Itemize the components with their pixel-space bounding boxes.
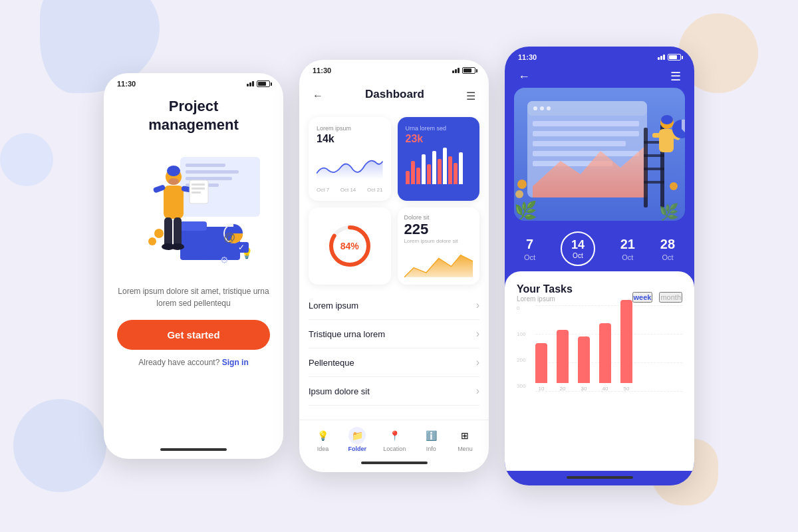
chevron-right-icon: › xyxy=(476,328,479,340)
mountain-chart xyxy=(404,248,473,278)
svg-rect-13 xyxy=(164,217,172,247)
dashboard-header: ← Dashboard ☰ xyxy=(299,77,489,117)
sign-in-link[interactable]: Sign in xyxy=(222,358,249,367)
tasks-toggle: week month xyxy=(632,292,683,303)
nav-item-menu[interactable]: ⊞ Menu xyxy=(456,427,473,452)
status-icons-3 xyxy=(658,54,681,61)
tasks-bar-chart: 300 200 100 0 xyxy=(517,305,682,412)
svg-rect-6 xyxy=(180,221,207,231)
chart-y-labels: 300 200 100 0 xyxy=(517,305,525,392)
progress-value: 84% xyxy=(340,241,359,251)
date-item-14[interactable]: 14 Oct xyxy=(561,231,595,266)
card4-sub: Lorem ipsum dolore sit xyxy=(404,238,473,244)
folder-icon: 📁 xyxy=(348,427,366,444)
svg-text:⚙: ⚙ xyxy=(220,255,229,265)
signal-bars-2 xyxy=(452,68,460,73)
svg-rect-14 xyxy=(174,217,182,247)
svg-text:@: @ xyxy=(223,231,235,244)
battery-icon-3 xyxy=(668,54,681,61)
svg-rect-20 xyxy=(192,192,201,194)
status-time-3: 11:30 xyxy=(518,53,537,61)
list-item[interactable]: Ipsum dolore sit › xyxy=(309,377,479,406)
card4-value: 225 xyxy=(404,221,473,238)
nav-item-location[interactable]: 📍 Location xyxy=(383,427,406,452)
list-item[interactable]: Tristique urna lorem › xyxy=(309,320,479,348)
bar-40 xyxy=(599,323,611,383)
list-item[interactable]: Lorem ipsum › xyxy=(309,291,479,320)
svg-rect-34 xyxy=(527,101,647,116)
svg-point-58 xyxy=(515,190,523,198)
tasks-header-nav: ← ☰ xyxy=(505,64,694,88)
bar-group-50: 50 xyxy=(620,300,632,392)
svg-text:✓: ✓ xyxy=(238,243,245,252)
card1-label: Lorem ipsum xyxy=(317,125,383,132)
chart-bars: 10 20 30 40 xyxy=(535,305,682,392)
idea-icon: 💡 xyxy=(315,427,332,444)
week-toggle[interactable]: week xyxy=(632,292,653,303)
bar-chart-mini xyxy=(406,148,472,184)
svg-rect-52 xyxy=(652,133,662,138)
signal-bars-1 xyxy=(247,81,254,86)
bottom-navigation: 💡 Idea 📁 Folder 📍 Location ℹ️ Info ⊞ Men… xyxy=(299,420,489,456)
status-bar-3: 11:30 xyxy=(505,47,694,64)
chevron-right-icon: › xyxy=(476,299,479,311)
svg-text:🌿: 🌿 xyxy=(514,200,537,221)
screen1-description: Lorem ipsum dolore sit amet, tristique u… xyxy=(117,285,270,309)
svg-rect-1 xyxy=(186,164,225,167)
svg-point-9 xyxy=(168,178,179,185)
status-bar-1: 11:30 xyxy=(104,73,283,90)
date-item-28[interactable]: 28 Oct xyxy=(660,237,675,261)
phone-screen-1: 11:30 Project management xyxy=(104,73,283,459)
screen3-illustration: 🌿 🌿 xyxy=(514,88,685,221)
screen1-content: Project management xyxy=(104,90,283,443)
bar-20 xyxy=(557,330,569,383)
back-button[interactable]: ← xyxy=(313,90,323,102)
svg-rect-3 xyxy=(186,177,232,180)
progress-circle: 84% xyxy=(327,223,373,269)
month-toggle[interactable]: month xyxy=(659,292,682,303)
status-time-1: 11:30 xyxy=(117,80,136,88)
dashboard-card-2: Urna lorem sed 23k xyxy=(398,117,480,201)
list-item[interactable]: Pellenteque › xyxy=(309,348,479,377)
date-item-7[interactable]: 7 Oct xyxy=(524,237,535,261)
dashboard-card-1: Lorem ipsum 14k O xyxy=(309,117,391,201)
svg-rect-46 xyxy=(644,154,664,157)
date-circle-active: 14 Oct xyxy=(561,231,595,266)
illustration-svg: ⚙ ⚙ 💡 @ ✓ xyxy=(127,140,273,280)
bar-50 xyxy=(620,300,632,383)
status-time-2: 11:30 xyxy=(313,66,331,74)
tasks-subtitle: Lorem ipsum xyxy=(517,295,573,303)
date-item-21[interactable]: 21 Oct xyxy=(620,237,635,261)
home-indicator-2 xyxy=(361,462,428,464)
svg-rect-51 xyxy=(659,129,674,152)
card1-value: 14k xyxy=(317,133,383,145)
tasks-header: Your Tasks Lorem ipsum week month xyxy=(517,283,682,303)
battery-icon-2 xyxy=(462,67,475,74)
page-title: Project management xyxy=(148,97,239,134)
svg-rect-39 xyxy=(533,131,639,136)
dashboard-card-4: Dolore sit 225 Lorem ipsum dolore sit xyxy=(398,207,480,285)
card2-label: Urna lorem sed xyxy=(406,125,472,132)
svg-text:🌿: 🌿 xyxy=(659,202,679,221)
tasks-title: Your Tasks xyxy=(517,283,573,295)
date-selector: 7 Oct 14 Oct 21 Oct 28 Oct xyxy=(505,221,694,271)
nav-item-folder[interactable]: 📁 Folder xyxy=(348,427,367,452)
dashboard-cards: Lorem ipsum 14k O xyxy=(299,117,489,285)
chevron-right-icon: › xyxy=(476,356,479,368)
menu-button[interactable]: ☰ xyxy=(466,90,475,102)
signal-bars-3 xyxy=(658,55,665,60)
card2-value: 23k xyxy=(406,133,472,145)
back-button-3[interactable]: ← xyxy=(518,70,530,84)
svg-rect-47 xyxy=(644,168,664,170)
svg-point-36 xyxy=(540,106,544,110)
menu-button-3[interactable]: ☰ xyxy=(670,69,681,84)
get-started-button[interactable]: Get started xyxy=(117,320,270,350)
home-indicator-3 xyxy=(567,476,633,479)
bar-30 xyxy=(578,336,590,383)
nav-item-idea[interactable]: 💡 Idea xyxy=(315,427,332,452)
nav-item-info[interactable]: ℹ️ Info xyxy=(422,427,440,452)
phone-screen-3: 11:30 ← ☰ xyxy=(505,47,694,485)
svg-rect-10 xyxy=(164,186,184,219)
card2-chart xyxy=(406,148,472,184)
status-icons-2 xyxy=(452,67,475,74)
